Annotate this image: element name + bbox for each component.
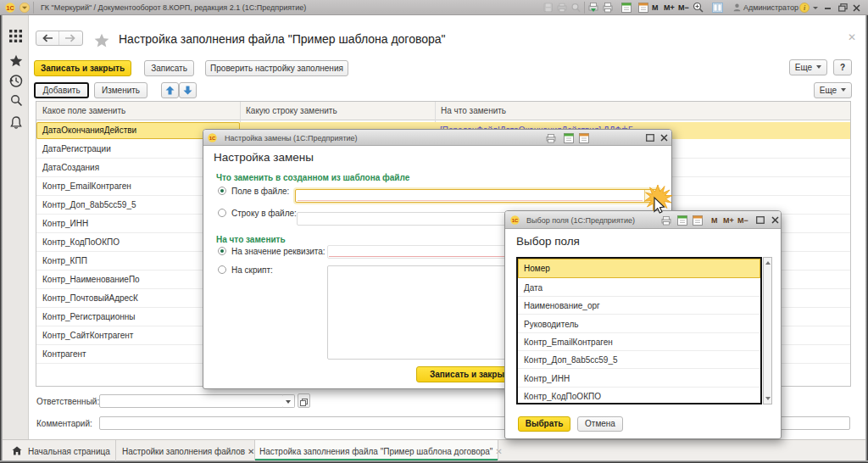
svg-text:1C: 1C xyxy=(7,5,14,11)
svg-text:1C: 1C xyxy=(512,218,519,223)
svg-text:1C: 1C xyxy=(209,136,216,141)
